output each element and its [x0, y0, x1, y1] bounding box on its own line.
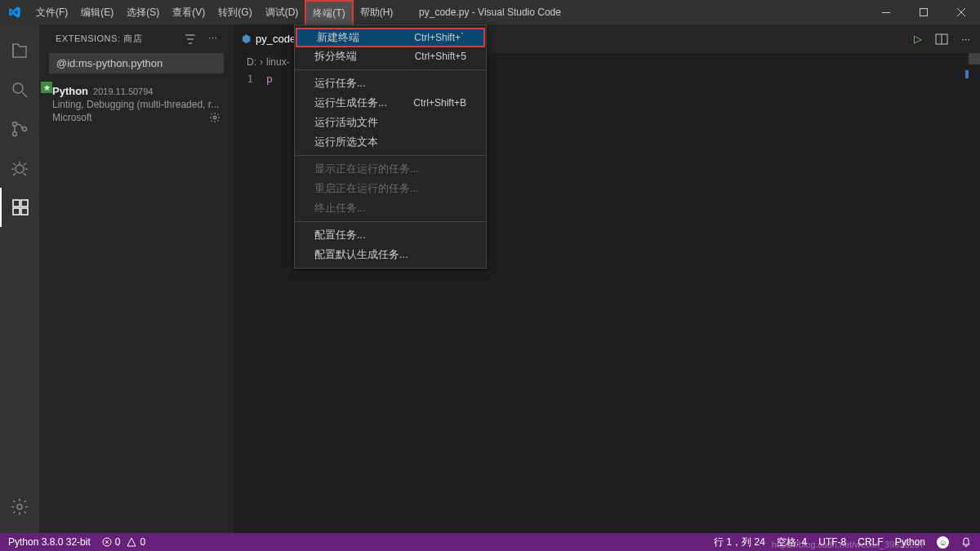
dropdown-item: 重启正在运行的任务...	[295, 179, 486, 198]
sidebar-title: EXTENSIONS: 商店	[56, 33, 142, 45]
editor-more-icon[interactable]: ···	[961, 33, 970, 46]
code-text: p	[266, 73, 273, 85]
extension-search-input[interactable]: @id:ms-python.python	[49, 53, 224, 73]
extension-name: Python	[52, 85, 88, 97]
explorer-icon[interactable]	[0, 31, 39, 70]
menu-select[interactable]: 选择(S)	[120, 0, 166, 24]
svg-point-5	[23, 127, 27, 131]
extension-gear-icon[interactable]	[209, 112, 220, 123]
menu-help[interactable]: 帮助(H)	[354, 0, 400, 24]
line-number: 1	[234, 73, 266, 85]
run-icon[interactable]: ▷	[914, 33, 922, 46]
activitybar	[0, 24, 39, 533]
minimize-button[interactable]	[867, 0, 905, 24]
svg-point-12	[213, 116, 216, 119]
svg-rect-8	[21, 200, 28, 207]
status-lang[interactable]: Python	[895, 536, 925, 548]
svg-point-6	[16, 165, 24, 173]
svg-rect-10	[21, 208, 28, 215]
notifications-icon[interactable]	[960, 536, 972, 548]
sidebar: EXTENSIONS: 商店 ··· @id:ms-python.python …	[39, 24, 234, 533]
dropdown-separator	[295, 69, 486, 70]
extensions-icon[interactable]	[0, 188, 39, 227]
svg-point-4	[13, 132, 17, 136]
tab-label: py_code	[256, 33, 296, 45]
dropdown-item: 终止任务...	[295, 198, 486, 218]
svg-point-2	[13, 83, 23, 93]
dropdown-item[interactable]: 运行任务...	[295, 73, 486, 93]
split-editor-icon[interactable]	[935, 33, 948, 46]
dropdown-item[interactable]: 运行生成任务...Ctrl+Shift+B	[295, 93, 486, 113]
feedback-icon[interactable]: ☺	[937, 536, 949, 549]
extension-item[interactable]: ★ Python2019.11.50794 Linting, Debugging…	[39, 80, 234, 128]
search-icon[interactable]	[0, 70, 39, 109]
menu-terminal[interactable]: 终端(T)	[305, 0, 353, 24]
svg-point-11	[17, 504, 22, 509]
dropdown-item[interactable]: 运行所选文本	[295, 132, 486, 152]
dropdown-item[interactable]: 配置任务...	[295, 225, 486, 245]
dropdown-item[interactable]: 运行活动文件	[295, 113, 486, 132]
sidebar-header: EXTENSIONS: 商店 ···	[39, 24, 234, 53]
menu-view[interactable]: 查看(V)	[166, 0, 212, 24]
menu-edit[interactable]: 编辑(E)	[74, 0, 120, 24]
svg-rect-0	[882, 12, 890, 13]
extension-desc: Linting, Debugging (multi-threaded, r...	[52, 99, 220, 110]
dropdown-item: 显示正在运行的任务...	[295, 159, 486, 179]
status-encoding[interactable]: UTF-8	[818, 536, 846, 548]
minimap[interactable]	[965, 70, 969, 78]
extension-author: Microsoft	[52, 112, 92, 123]
window-controls	[867, 0, 980, 24]
maximize-button[interactable]	[905, 0, 942, 24]
python-file-icon: ⬢	[242, 33, 251, 45]
more-icon[interactable]: ···	[208, 33, 217, 46]
svg-point-3	[13, 122, 17, 127]
star-badge-icon: ★	[41, 82, 52, 93]
settings-icon[interactable]	[0, 487, 39, 527]
status-python[interactable]: Python 3.8.0 32-bit	[8, 536, 91, 548]
extension-version: 2019.11.50794	[93, 87, 153, 96]
menu-goto[interactable]: 转到(G)	[212, 0, 258, 24]
svg-rect-9	[13, 208, 20, 215]
vscode-logo-icon	[8, 6, 21, 19]
status-eol[interactable]: CRLF	[858, 536, 883, 548]
menubar: 文件(F) 编辑(E) 选择(S) 查看(V) 转到(G) 调试(D) 终端(T…	[29, 0, 399, 24]
scm-icon[interactable]	[0, 109, 39, 149]
dropdown-item[interactable]: 配置默认生成任务...	[295, 245, 486, 264]
titlebar: 文件(F) 编辑(E) 选择(S) 查看(V) 转到(G) 调试(D) 终端(T…	[0, 0, 980, 24]
dropdown-item[interactable]: 拆分终端Ctrl+Shift+5	[295, 47, 486, 66]
dropdown-separator	[295, 221, 486, 222]
dropdown-separator	[295, 155, 486, 156]
statusbar: Python 3.8.0 32-bit 0 0 行 1，列 24 空格: 4 U…	[0, 533, 980, 551]
window-title: py_code.py - Visual Studio Code	[419, 7, 561, 18]
svg-rect-1	[920, 9, 928, 16]
menu-debug[interactable]: 调试(D)	[259, 0, 305, 24]
svg-rect-7	[13, 200, 20, 207]
terminal-dropdown: 新建终端Ctrl+Shift+`拆分终端Ctrl+Shift+5运行任务...运…	[294, 24, 487, 269]
close-button[interactable]	[942, 0, 980, 24]
menu-file[interactable]: 文件(F)	[29, 0, 74, 24]
status-linecol[interactable]: 行 1，列 24	[714, 535, 765, 549]
status-spaces[interactable]: 空格: 4	[777, 535, 807, 549]
filter-icon[interactable]	[184, 33, 197, 46]
scrollbar[interactable]	[969, 53, 980, 64]
dropdown-item[interactable]: 新建终端Ctrl+Shift+`	[296, 28, 485, 47]
status-problems[interactable]: 0 0	[102, 536, 145, 548]
debug-icon[interactable]	[0, 149, 39, 188]
